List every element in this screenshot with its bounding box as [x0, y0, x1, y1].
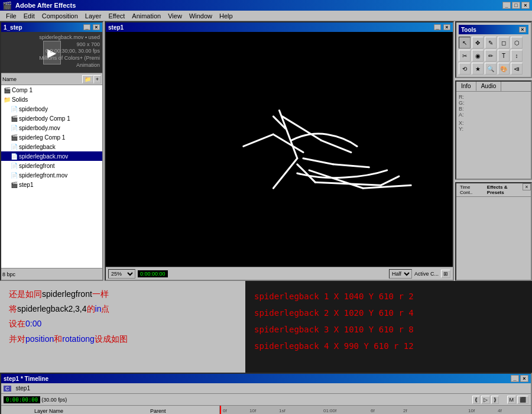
effects-panel: Time Cont.. Effects & Presets ×: [455, 182, 532, 282]
layer-header: Layer Name Parent: [1, 406, 219, 414]
maximize-button[interactable]: □: [512, 2, 520, 9]
info-x: X:: [459, 120, 528, 126]
project-item[interactable]: 📄spiderbody.mov: [1, 123, 102, 132]
project-item[interactable]: 📁Solids: [1, 95, 102, 104]
viewer-close[interactable]: ×: [443, 24, 450, 30]
audio-tab[interactable]: Audio: [476, 82, 502, 91]
menu-edit[interactable]: Edit: [20, 12, 38, 20]
info-a: A:: [459, 112, 528, 118]
move-tool[interactable]: ✥: [472, 37, 484, 48]
effects-presets-tab[interactable]: Effects & Presets: [484, 183, 523, 196]
project-item[interactable]: 📄spiderlegfront.mov: [1, 170, 102, 180]
viewer-title-bar: step1 _ ×: [106, 22, 453, 32]
project-item[interactable]: 🎬step1: [1, 180, 102, 189]
track-tool[interactable]: ⧏: [511, 63, 523, 75]
preview-filename: spiderlegback.mov ▪ used: [39, 34, 100, 41]
instruction-line-3: 设在0:00: [9, 316, 236, 331]
timeline-comp-name: step1: [16, 385, 30, 392]
new-item-button[interactable]: +: [93, 75, 101, 83]
project-item[interactable]: 📄spiderbody: [1, 104, 102, 114]
viewer-panel: step1 _ ×: [105, 21, 454, 281]
timeline-tracks: 0f 10f 1sf 01:00f 6f 2f 10f 4f: [220, 406, 531, 414]
data-line-4: spiderlegback 4 X 990 Y 610 r 12: [254, 338, 523, 354]
project-panel: 1_step _ × ▶ spiderlegback.mov ▪ used 90…: [0, 21, 103, 281]
timeline-comp-bar: C step1: [1, 383, 531, 394]
shape-tool[interactable]: ⬡: [511, 37, 523, 48]
viewer-minimize[interactable]: _: [434, 24, 441, 30]
preview-info: spiderlegback.mov ▪ used 532 x 414 0 0:0…: [39, 34, 100, 69]
resize-tool[interactable]: ↕: [511, 50, 523, 62]
project-item[interactable]: 🎬spiderleg Comp 1: [1, 132, 102, 142]
rect-tool[interactable]: ◻: [498, 37, 510, 48]
pen-tool[interactable]: ✎: [485, 37, 497, 48]
instruction-area: 还是如同spiderlegfront一样 将spiderlegback2,3,4…: [0, 281, 532, 373]
effects-close[interactable]: ×: [523, 183, 531, 190]
info-tab[interactable]: Info: [456, 82, 476, 91]
info-g: G:: [459, 100, 528, 106]
timeline-minimize[interactable]: _: [511, 375, 519, 382]
timeline-toolbar: 0:00:00:00 (30.00 fps) ⟪ ▷ ⟫ M ⬛: [1, 394, 531, 406]
timecode-display: 0:00:00:00: [138, 270, 168, 277]
menu-animation[interactable]: Animation: [128, 12, 164, 20]
zoom-tool[interactable]: 🔍: [485, 63, 497, 75]
select-tool[interactable]: ↖: [459, 37, 471, 48]
circle-tool[interactable]: ◉: [472, 50, 484, 62]
tools-panel: Tools × ↖ ✥ ✎ ◻ ⬡ ✂ ◉ ✏ T ↕ ⟲ ★ 🔍 🎨: [455, 21, 532, 281]
window-controls: _ □ ×: [502, 2, 530, 9]
zoom-select[interactable]: 25% 50% 100%: [108, 269, 135, 279]
project-item[interactable]: 📄spiderlegback: [1, 142, 102, 151]
safe-zones-button[interactable]: ⊞: [441, 270, 450, 278]
close-button[interactable]: ×: [521, 2, 530, 9]
brush-tool[interactable]: ✏: [485, 50, 497, 62]
rotate-tool[interactable]: ⟲: [459, 63, 471, 75]
timeline-btn-3[interactable]: ⟫: [491, 396, 499, 404]
viewer-drawing: [106, 32, 453, 267]
time-controls-tab[interactable]: Time Cont..: [456, 183, 484, 196]
project-statusbar: 8 bpc: [1, 268, 102, 280]
project-item[interactable]: 🎬Comp 1: [1, 85, 102, 95]
viewer-canvas: [106, 32, 453, 267]
menu-file[interactable]: File: [2, 12, 20, 20]
star-tool[interactable]: ★: [472, 63, 484, 75]
info-b: B:: [459, 106, 528, 112]
timeline-btn-2[interactable]: ▷: [481, 396, 490, 404]
menu-bar: File Edit Composition Layer Effect Anima…: [0, 11, 532, 21]
app-title: Adobe After Effects: [15, 2, 76, 9]
info-panel: Info Audio R: G: B: A: X: Y:: [455, 80, 532, 180]
project-preview: ▶ spiderlegback.mov ▪ used 532 x 414 0 0…: [1, 32, 102, 73]
menu-view[interactable]: View: [164, 12, 186, 20]
viewer-controls: 25% 50% 100% 0:00:00:00 Half Full Active…: [106, 267, 453, 280]
paint-tool[interactable]: 🎨: [498, 63, 510, 75]
project-close[interactable]: ×: [93, 24, 100, 30]
menu-help[interactable]: Help: [216, 12, 236, 20]
project-item[interactable]: 📄spiderlegback.mov: [1, 151, 102, 161]
timeline-content: Layer Name Parent 👁 🔒 ▼ 8 📽 spiderlegbac…: [1, 406, 531, 414]
menu-layer[interactable]: Layer: [82, 12, 105, 20]
project-panel-title: 1_step: [4, 24, 22, 31]
data-line-1: spiderlegback 1 X 1040 Y 610 r 2: [254, 288, 523, 305]
timeline-btn-4[interactable]: M: [507, 396, 517, 404]
project-title-bar: 1_step _ ×: [1, 22, 102, 32]
preview-dimensions: 532 x 414: [39, 41, 100, 48]
scissors-tool[interactable]: ✂: [459, 50, 471, 62]
text-tool[interactable]: T: [498, 50, 510, 62]
main-area: 1_step _ × ▶ spiderlegback.mov ▪ used 90…: [0, 21, 532, 281]
timeline-close[interactable]: ×: [520, 375, 528, 382]
tools-close[interactable]: ×: [519, 27, 526, 33]
project-item[interactable]: 🎬spiderbody Comp 1: [1, 114, 102, 123]
menu-window[interactable]: Window: [186, 12, 216, 20]
tools-grid: ↖ ✥ ✎ ◻ ⬡ ✂ ◉ ✏ T ↕ ⟲ ★ 🔍 🎨 ⧏: [459, 37, 528, 75]
info-tabs: Info Audio: [456, 82, 531, 92]
project-item[interactable]: 📄spiderlegfront: [1, 161, 102, 170]
menu-composition[interactable]: Composition: [38, 12, 82, 20]
tools-box: Tools × ↖ ✥ ✎ ◻ ⬡ ✂ ◉ ✏ T ↕ ⟲ ★ 🔍 🎨: [455, 21, 532, 78]
timeline-btn-5[interactable]: ⬛: [517, 396, 528, 404]
quality-select[interactable]: Half Full: [389, 269, 412, 279]
new-folder-button[interactable]: 📁: [82, 75, 93, 83]
timeline-btn-1[interactable]: ⟪: [472, 396, 480, 404]
minimize-button[interactable]: _: [502, 2, 511, 9]
timeline-comp-icon: C: [4, 386, 11, 392]
project-minimize[interactable]: _: [83, 24, 90, 30]
project-list[interactable]: 🎬Comp 1📁Solids📄spiderbody🎬spiderbody Com…: [1, 85, 102, 268]
menu-effect[interactable]: Effect: [105, 12, 128, 20]
